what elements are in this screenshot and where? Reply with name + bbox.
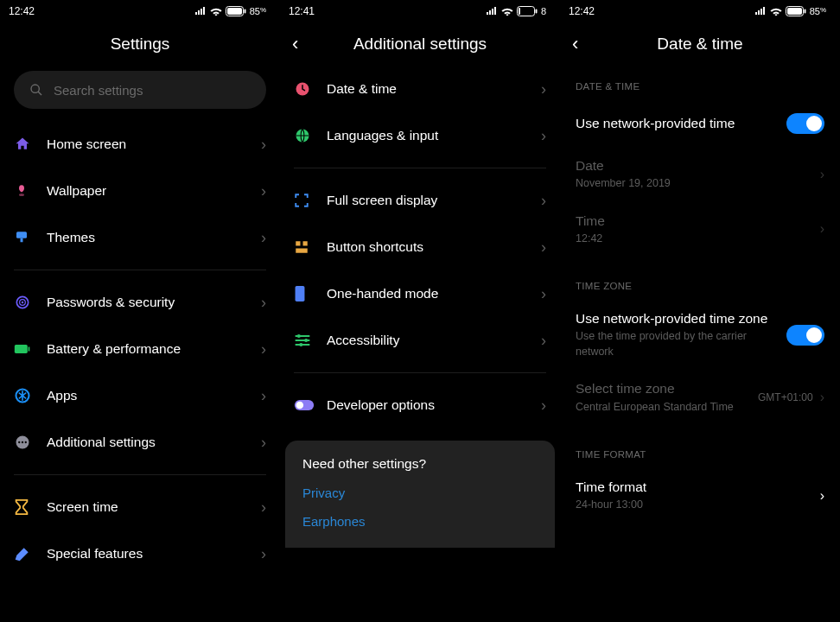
status-bar: 12:42 85% xyxy=(560,0,840,22)
home-icon xyxy=(14,136,47,153)
battery-setting-icon xyxy=(14,343,47,355)
svg-point-3 xyxy=(31,85,39,92)
row-label: Developer options xyxy=(327,397,541,413)
row-home-screen[interactable]: Home screen › xyxy=(0,121,280,168)
row-label: Additional settings xyxy=(47,435,261,450)
signal-icon xyxy=(194,7,207,16)
svg-point-5 xyxy=(19,194,24,196)
row-label: Date & time xyxy=(327,81,541,97)
value: 24-hour 13:00 xyxy=(576,498,820,513)
row-label: Special features xyxy=(47,546,261,562)
svg-point-29 xyxy=(299,343,302,346)
status-icons: 85% xyxy=(754,6,826,16)
divider xyxy=(14,270,266,270)
row-label: Home screen xyxy=(47,136,261,152)
row-additional-settings[interactable]: Additional settings › xyxy=(0,419,280,466)
status-time: 12:42 xyxy=(9,5,35,17)
wallpaper-icon xyxy=(14,183,47,199)
toggle-on[interactable] xyxy=(786,325,824,346)
chevron-right-icon: › xyxy=(261,229,266,247)
row-label: Accessibility xyxy=(327,333,541,348)
signal-icon xyxy=(754,7,767,16)
row-date-time[interactable]: Date & time › xyxy=(280,66,560,112)
row-label: Screen time xyxy=(47,499,261,515)
clock-icon xyxy=(294,80,327,98)
page-title: Additional settings xyxy=(353,35,487,54)
fullscreen-icon xyxy=(294,193,327,208)
value: Central European Standard Time xyxy=(576,400,758,416)
row-passwords-security[interactable]: Passwords & security › xyxy=(0,279,280,326)
status-icons: 8 xyxy=(486,6,546,16)
chevron-right-icon: › xyxy=(541,80,546,98)
svg-rect-2 xyxy=(244,10,245,14)
divider xyxy=(14,474,266,475)
link-privacy[interactable]: Privacy xyxy=(302,486,538,500)
link-earphones[interactable]: Earphones xyxy=(302,514,538,529)
svg-rect-34 xyxy=(804,10,805,14)
title-bar: ‹ Date & time xyxy=(560,22,840,66)
chevron-right-icon: › xyxy=(261,182,266,200)
row-screen-time[interactable]: Screen time › xyxy=(0,484,280,530)
row-accessibility[interactable]: Accessibility › xyxy=(280,317,560,364)
row-full-screen-display[interactable]: Full screen display › xyxy=(280,177,560,224)
row-label: Apps xyxy=(47,388,261,403)
row-date: Date November 19, 2019 › xyxy=(560,147,840,202)
other-settings-card: Need other settings? Privacy Earphones xyxy=(285,441,555,548)
row-languages-input[interactable]: Languages & input › xyxy=(280,112,560,159)
label: Select time zone xyxy=(576,380,758,397)
wifi-icon xyxy=(210,7,222,16)
label: Date xyxy=(576,157,820,175)
search-icon xyxy=(29,83,43,97)
svg-point-17 xyxy=(25,441,27,443)
svg-point-16 xyxy=(22,441,23,443)
title-bar: Settings xyxy=(0,22,280,66)
timezone-offset: GMT+01:00 xyxy=(758,391,813,403)
svg-line-4 xyxy=(38,92,41,95)
additional-settings-list: Date & time › Languages & input › Full s… xyxy=(280,66,560,622)
description: Use the time provided by the carrier net… xyxy=(576,329,786,359)
screentime-icon xyxy=(14,498,47,516)
row-button-shortcuts[interactable]: Button shortcuts › xyxy=(280,224,560,270)
svg-rect-23 xyxy=(296,241,300,245)
onehanded-icon xyxy=(294,285,327,302)
row-battery-performance[interactable]: Battery & performance › xyxy=(0,326,280,372)
row-label: Battery & performance xyxy=(47,341,261,357)
row-label: Full screen display xyxy=(327,193,541,208)
section-header: TIME ZONE xyxy=(560,257,840,300)
svg-rect-6 xyxy=(16,232,27,238)
globe-icon xyxy=(294,127,327,144)
battery-icon xyxy=(517,6,538,16)
page-title: Date & time xyxy=(657,35,742,54)
special-icon xyxy=(14,545,47,562)
row-time: Time 12:42 › xyxy=(560,202,840,257)
signal-icon xyxy=(486,7,498,16)
card-title: Need other settings? xyxy=(302,456,538,472)
row-label: Languages & input xyxy=(327,128,541,143)
row-themes[interactable]: Themes › xyxy=(0,214,280,261)
row-developer-options[interactable]: Developer options › xyxy=(280,382,560,428)
screen-date-time: 12:42 85% ‹ Date & time DATE & TIME Use … xyxy=(560,0,840,622)
search-input[interactable]: Search settings xyxy=(14,71,266,109)
svg-point-10 xyxy=(22,301,24,304)
battery-icon xyxy=(226,6,246,16)
svg-rect-25 xyxy=(296,249,308,253)
chevron-right-icon: › xyxy=(261,340,266,359)
back-button[interactable]: ‹ xyxy=(292,33,298,55)
chevron-right-icon: › xyxy=(261,387,266,405)
row-network-timezone-toggle[interactable]: Use network-provided time zone Use the t… xyxy=(560,300,840,370)
svg-rect-1 xyxy=(227,8,242,15)
toggle-on[interactable] xyxy=(786,113,824,134)
section-header: TIME FORMAT xyxy=(560,425,840,468)
row-time-format[interactable]: Time format 24-hour 13:00 › xyxy=(560,468,840,524)
row-apps[interactable]: Apps › xyxy=(0,372,280,419)
svg-rect-7 xyxy=(21,238,23,243)
row-network-time-toggle[interactable]: Use network-provided time xyxy=(560,100,840,147)
row-label: Themes xyxy=(47,230,261,245)
row-label: Wallpaper xyxy=(47,183,261,199)
row-one-handed-mode[interactable]: One-handed mode › xyxy=(280,270,560,317)
row-wallpaper[interactable]: Wallpaper › xyxy=(0,168,280,214)
chevron-right-icon: › xyxy=(820,488,824,504)
row-special-features[interactable]: Special features › xyxy=(0,530,280,577)
chevron-right-icon: › xyxy=(541,238,546,257)
back-button[interactable]: ‹ xyxy=(572,33,578,55)
